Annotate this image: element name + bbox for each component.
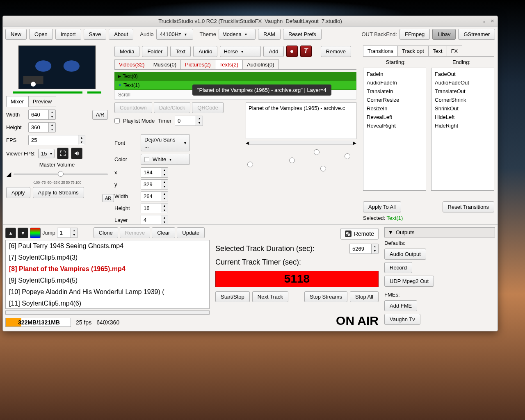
color-icon[interactable] bbox=[30, 228, 41, 238]
list-item[interactable]: ResizeIn bbox=[365, 104, 424, 113]
gstreamer-button[interactable]: GStreamer bbox=[458, 29, 495, 40]
list-item[interactable]: HideLeft bbox=[433, 113, 492, 121]
ending-list[interactable]: FadeOutAudioFadeOutTranslateOutCornerShr… bbox=[431, 68, 494, 191]
import-button[interactable]: Import bbox=[55, 29, 81, 40]
list-item[interactable]: [11] SoylentClip5.mp4(6) bbox=[6, 298, 209, 309]
add-button[interactable]: Add bbox=[263, 46, 283, 57]
remove-button[interactable]: Remove bbox=[321, 46, 351, 57]
list-item[interactable]: HideRight bbox=[433, 121, 492, 130]
about-button[interactable]: About bbox=[109, 29, 133, 40]
stop-streams-button[interactable]: Stop Streams bbox=[304, 291, 347, 302]
apply-all-button[interactable]: Apply To All bbox=[363, 201, 401, 212]
add-fme-button[interactable]: Add FME bbox=[384, 300, 417, 311]
audio-output-button[interactable]: Audio Output bbox=[384, 249, 426, 260]
playlist[interactable]: [6] Paul Terry 1948 Seeing Ghosts.mp4[7]… bbox=[5, 240, 210, 309]
clear-button[interactable]: Clear bbox=[152, 227, 175, 238]
list-item[interactable]: [8] Planet of the Vampires (1965).mp4 bbox=[6, 263, 209, 275]
text-button[interactable]: Text bbox=[170, 46, 191, 57]
countdown-button[interactable]: Countdown bbox=[114, 102, 152, 113]
tab-trackopt[interactable]: Track opt bbox=[397, 46, 429, 56]
media-button[interactable]: Media bbox=[114, 46, 139, 57]
list-item[interactable]: [10] Popeye Aladdin And His Wonderful La… bbox=[6, 286, 209, 298]
tab-preview[interactable]: Preview bbox=[28, 96, 56, 107]
x-spinner[interactable]: ▲▼ bbox=[141, 167, 168, 178]
timer-spinner[interactable]: ▲▼ bbox=[175, 116, 203, 126]
stop-all-button[interactable]: Stop All bbox=[350, 291, 379, 302]
theme-select[interactable]: Modena bbox=[219, 29, 256, 40]
list-item[interactable]: CornerResize bbox=[365, 96, 424, 104]
source-select[interactable]: Horse bbox=[220, 46, 261, 57]
font-select[interactable]: DejaVu Sans ... bbox=[141, 134, 190, 151]
viewer-fps-select[interactable]: 15 bbox=[38, 149, 55, 158]
update-button[interactable]: Update bbox=[177, 227, 205, 238]
y-spinner[interactable]: ▲▼ bbox=[141, 179, 168, 189]
remote-button[interactable]: Remote bbox=[340, 228, 379, 240]
width-spinner[interactable]: ▲▼ bbox=[28, 110, 56, 120]
record-icon[interactable]: ● bbox=[286, 46, 298, 57]
list-item[interactable]: TranslateIn bbox=[365, 87, 424, 96]
tab-pictures[interactable]: Pictures(2) bbox=[180, 59, 215, 69]
ram-button[interactable]: RAM bbox=[258, 29, 281, 40]
layer-spinner[interactable]: ▲▼ bbox=[141, 215, 168, 224]
starting-list[interactable]: FadeInAudioFadeInTranslateInCornerResize… bbox=[363, 68, 426, 191]
list-item[interactable]: [6] Paul Terry 1948 Seeing Ghosts.mp4 bbox=[6, 240, 209, 252]
height-spinner[interactable]: ▲▼ bbox=[28, 122, 56, 132]
text-overlay-icon[interactable]: T bbox=[300, 46, 312, 57]
playlist-scrollbar[interactable] bbox=[5, 310, 210, 315]
tab-fx[interactable]: FX bbox=[447, 46, 463, 56]
ffmpeg-button[interactable]: FFmpeg bbox=[399, 29, 430, 40]
reset-prefs-button[interactable]: Reset Prefs bbox=[283, 29, 322, 40]
remove-pl-button[interactable]: Remove bbox=[120, 227, 150, 238]
tab-mixer[interactable]: Mixer bbox=[6, 96, 28, 107]
video-preview[interactable] bbox=[18, 46, 96, 89]
list-item[interactable]: TranslateOut bbox=[433, 87, 492, 96]
clone-button[interactable]: Clone bbox=[94, 227, 118, 238]
list-item[interactable]: [9] SoylentClip5.mp4(5) bbox=[6, 275, 209, 286]
apply-button[interactable]: Apply bbox=[6, 187, 30, 198]
next-track-button[interactable]: Next Track bbox=[252, 291, 288, 302]
tab-texts[interactable]: Texts(2) bbox=[215, 59, 243, 69]
list-item[interactable]: RevealRight bbox=[365, 121, 424, 130]
ar2-button[interactable]: AR bbox=[102, 194, 114, 202]
tab-videos[interactable]: Videos(32) bbox=[114, 59, 149, 69]
color-select[interactable]: White bbox=[141, 154, 190, 165]
list-item[interactable]: [7] SoylentClip5.mp4(3) bbox=[6, 252, 209, 263]
libav-button[interactable]: Libav bbox=[432, 29, 456, 40]
minimize-icon[interactable]: — bbox=[473, 18, 479, 24]
record-button[interactable]: Record bbox=[384, 262, 412, 273]
vaughn-button[interactable]: Vaughn Tv bbox=[384, 314, 420, 325]
list-item[interactable]: FadeOut bbox=[433, 70, 492, 78]
tab-musics[interactable]: Musics(0) bbox=[149, 59, 181, 69]
new-button[interactable]: New bbox=[5, 29, 27, 40]
tab-text[interactable]: Text bbox=[428, 46, 447, 56]
move-down-icon[interactable]: ▼ bbox=[18, 228, 28, 238]
duration-spinner[interactable]: ▲▼ bbox=[349, 244, 379, 254]
jump-spinner[interactable]: ▲▼ bbox=[57, 228, 78, 238]
close-icon[interactable]: ✕ bbox=[489, 18, 495, 24]
dateclock-button[interactable]: Date/Clock bbox=[154, 102, 191, 113]
tab-audioins[interactable]: AudioIns(0) bbox=[242, 59, 278, 69]
text-content-box[interactable]: Planet of the Vampires (1965) - archive.… bbox=[246, 102, 356, 139]
maximize-icon[interactable]: ⬦ bbox=[481, 18, 487, 24]
text0-row[interactable]: ▶Text(0) bbox=[114, 72, 356, 80]
h-spinner[interactable]: ▲▼ bbox=[141, 203, 168, 213]
outputs-header[interactable]: ▼Outputs bbox=[384, 227, 495, 237]
fullscreen-icon[interactable] bbox=[57, 148, 68, 159]
folder-button[interactable]: Folder bbox=[142, 46, 168, 57]
apply-streams-button[interactable]: Apply to Streams bbox=[33, 187, 84, 198]
udp-button[interactable]: UDP Mpeg2 Out bbox=[384, 276, 434, 287]
fps-spinner[interactable]: ▲▼ bbox=[28, 135, 85, 145]
list-item[interactable]: CornerShrink bbox=[433, 96, 492, 104]
list-item[interactable]: AudioFadeOut bbox=[433, 78, 492, 87]
qrcode-button[interactable]: QRCode bbox=[192, 102, 224, 113]
save-button[interactable]: Save bbox=[84, 29, 107, 40]
ar-button[interactable]: A/R bbox=[92, 110, 108, 120]
list-item[interactable]: AudioFadeIn bbox=[365, 78, 424, 87]
playlist-mode-checkbox[interactable] bbox=[114, 118, 120, 123]
list-item[interactable]: RevealLeft bbox=[365, 113, 424, 121]
titlebar[interactable]: TrucklistStudio v1.0 RC2 (TrucklistStudi… bbox=[3, 16, 498, 27]
volume-slider[interactable] bbox=[14, 173, 108, 175]
list-item[interactable]: FadeIn bbox=[365, 70, 424, 78]
reset-transitions-button[interactable]: Reset Transitions bbox=[443, 201, 494, 212]
speaker-icon[interactable] bbox=[71, 148, 82, 159]
